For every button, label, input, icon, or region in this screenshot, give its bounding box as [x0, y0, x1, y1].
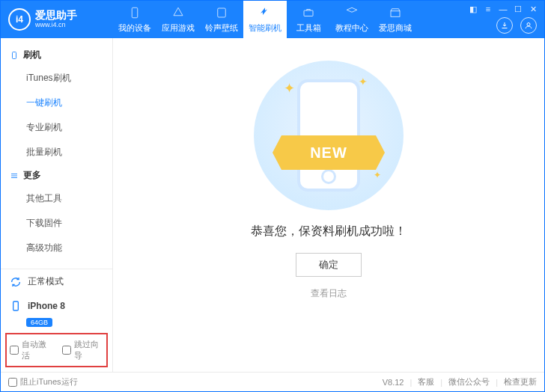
tab-label: 铃声壁纸	[205, 22, 238, 34]
sparkle-icon: ✦	[284, 80, 295, 97]
device-name: iPhone 8	[28, 301, 65, 311]
main-content: ✦ ✦ ✦ NEW 恭喜您，保资料刷机成功啦！ 确定 查看日志	[113, 38, 544, 372]
toolbox-icon	[302, 6, 315, 19]
tutorial-icon	[345, 6, 359, 19]
ok-button[interactable]: 确定	[296, 253, 362, 277]
check-update-link[interactable]: 检查更新	[504, 376, 537, 388]
phone-outline-icon	[10, 51, 19, 60]
device-row[interactable]: iPhone 8 64GB	[1, 294, 112, 330]
minimize-icon[interactable]: ―	[498, 4, 508, 14]
tab-label: 教程中心	[335, 22, 368, 34]
apps-icon	[171, 6, 185, 19]
skin-icon[interactable]: ◧	[468, 4, 478, 14]
block-itunes-checkbox[interactable]	[8, 378, 17, 387]
close-icon[interactable]: ✕	[528, 4, 538, 14]
device-mode-text: 正常模式	[28, 275, 64, 288]
sidebar-item-advanced[interactable]: 高级功能	[1, 236, 112, 260]
block-itunes-label: 阻止iTunes运行	[20, 376, 78, 388]
footer: 阻止iTunes运行 V8.12 | 客服 | 微信公众号 | 检查更新	[1, 372, 544, 391]
menu-icon[interactable]: ≡	[483, 4, 493, 14]
sparkle-icon: ✦	[359, 76, 368, 88]
tab-apps[interactable]: 应用游戏	[156, 1, 200, 38]
sparkle-icon: ✦	[374, 170, 381, 180]
refresh-icon	[10, 276, 22, 288]
svg-point-4	[527, 23, 530, 26]
skip-guide-checkbox[interactable]	[62, 346, 71, 355]
brand-logo: i4	[8, 8, 31, 31]
option-label: 自动激活	[22, 339, 52, 361]
tab-tutorial[interactable]: 教程中心	[330, 1, 374, 38]
tab-my-device[interactable]: 我的设备	[113, 1, 156, 38]
flash-icon	[258, 6, 272, 19]
svg-rect-5	[13, 52, 16, 58]
sidebar-item-download-firmware[interactable]: 下载固件	[1, 211, 112, 236]
user-button[interactable]	[520, 17, 537, 34]
svg-rect-3	[391, 10, 400, 16]
tab-label: 我的设备	[118, 22, 151, 34]
device-mode-row[interactable]: 正常模式	[1, 269, 112, 294]
music-icon	[215, 6, 228, 19]
maximize-icon[interactable]: ☐	[513, 4, 523, 14]
option-skip-guide[interactable]: 跳过向导	[62, 339, 104, 361]
download-button[interactable]	[496, 17, 513, 34]
device-storage-badge: 64GB	[26, 318, 52, 327]
version-text: V8.12	[383, 378, 404, 387]
success-illustration: ✦ ✦ ✦ NEW	[254, 61, 404, 210]
sidebar-group-flash: 刷机	[1, 44, 112, 66]
tab-label: 工具箱	[296, 22, 321, 34]
svg-rect-2	[304, 10, 313, 16]
success-message: 恭喜您，保资料刷机成功啦！	[251, 224, 407, 239]
svg-rect-0	[132, 7, 138, 18]
sidebar-group-more: 更多	[1, 165, 112, 186]
tab-toolbox[interactable]: 工具箱	[287, 1, 330, 38]
support-link[interactable]: 客服	[418, 376, 434, 388]
wechat-link[interactable]: 微信公众号	[448, 376, 490, 388]
sidebar-item-itunes-flash[interactable]: iTunes刷机	[1, 66, 112, 91]
tab-label: 智能刷机	[249, 22, 281, 34]
tab-label: 爱思商城	[379, 22, 412, 34]
sidebar-item-oneclick-flash[interactable]: 一键刷机	[1, 91, 112, 115]
tab-ringtones[interactable]: 铃声壁纸	[200, 1, 243, 38]
block-itunes-option[interactable]: 阻止iTunes运行	[8, 376, 78, 388]
flash-options-box: 自动激活 跳过向导	[5, 333, 108, 367]
auto-activate-checkbox[interactable]	[10, 346, 19, 355]
svg-rect-1	[218, 8, 226, 17]
sidebar-group-title: 刷机	[23, 49, 41, 61]
svg-rect-6	[13, 301, 19, 310]
tab-flash[interactable]: 智能刷机	[243, 1, 287, 38]
sidebar-item-other-tools[interactable]: 其他工具	[1, 186, 112, 211]
header: i4 爱思助手 www.i4.cn 我的设备 应用游戏 铃声壁纸 智能刷机	[1, 1, 544, 38]
device-phone-icon	[10, 300, 22, 312]
brand: i4 爱思助手 www.i4.cn	[1, 8, 113, 31]
option-auto-activate[interactable]: 自动激活	[10, 339, 52, 361]
view-log-link[interactable]: 查看日志	[311, 287, 347, 300]
option-label: 跳过向导	[74, 339, 104, 361]
tab-label: 应用游戏	[162, 22, 195, 34]
top-tabs: 我的设备 应用游戏 铃声壁纸 智能刷机 工具箱 教程中心	[113, 1, 417, 38]
sidebar: 刷机 iTunes刷机 一键刷机 专业刷机 批量刷机 更多 其他工具 下载固件 …	[1, 38, 113, 372]
new-ribbon: NEW	[272, 135, 385, 170]
window-controls: ◧ ≡ ― ☐ ✕	[468, 4, 538, 14]
brand-subtitle: www.i4.cn	[35, 22, 77, 29]
brand-title: 爱思助手	[35, 10, 77, 21]
phone-icon	[128, 6, 141, 19]
tab-store[interactable]: 爱思商城	[374, 1, 417, 38]
sidebar-item-pro-flash[interactable]: 专业刷机	[1, 115, 112, 140]
store-icon	[389, 6, 402, 19]
sidebar-item-batch-flash[interactable]: 批量刷机	[1, 140, 112, 165]
sidebar-group-title: 更多	[23, 169, 41, 182]
list-icon	[10, 171, 19, 180]
